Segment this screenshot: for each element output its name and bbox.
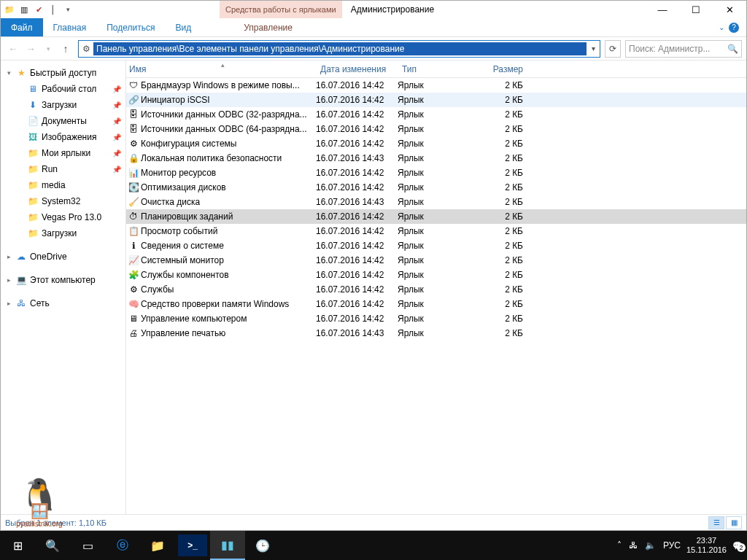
close-button[interactable]: ✕	[713, 1, 746, 18]
nav-quick-item[interactable]: 📁Мои ярлыки📌	[1, 145, 125, 161]
file-name: Управление печатью	[141, 328, 316, 338]
file-row[interactable]: 💽Оптимизация дисков16.07.2016 14:42Ярлык…	[126, 180, 746, 195]
file-type: Ярлык	[398, 168, 465, 178]
start-button[interactable]: ⊞	[0, 531, 35, 560]
tray-language[interactable]: РУС	[663, 540, 681, 551]
cloud-icon: ☁	[15, 251, 27, 262]
powershell-taskbar-icon[interactable]: >_	[178, 534, 207, 556]
view-details-button[interactable]: ☰	[708, 516, 724, 529]
up-button[interactable]: ↑	[58, 41, 74, 57]
address-bar-icon: ⚙	[79, 44, 93, 54]
file-icon: 🗄	[126, 124, 141, 134]
ribbon-tab-manage[interactable]: Управление	[233, 18, 303, 36]
file-row[interactable]: 🖥Управление компьютером16.07.2016 14:42Я…	[126, 311, 746, 326]
nav-quick-item[interactable]: 🖼Изображения📌	[1, 129, 125, 145]
column-size[interactable]: Размер	[465, 64, 532, 74]
file-row[interactable]: ⚙Службы16.07.2016 14:42Ярлык2 КБ	[126, 282, 746, 297]
chevron-right-icon[interactable]: ▸	[5, 300, 12, 307]
file-name: Сведения о системе	[141, 241, 316, 251]
search-placeholder: Поиск: Администр...	[629, 44, 710, 54]
nav-quick-item[interactable]: 📁Run📌	[1, 161, 125, 177]
clock-taskbar-icon[interactable]: 🕒	[245, 531, 280, 560]
forward-button[interactable]: →	[23, 41, 39, 57]
maximize-button[interactable]: ☐	[679, 1, 713, 18]
file-row[interactable]: 📊Монитор ресурсов16.07.2016 14:42Ярлык2 …	[126, 166, 746, 180]
nav-quick-access[interactable]: ▾ ★ Быстрый доступ	[1, 65, 125, 81]
nav-quick-item[interactable]: 📁media	[1, 177, 125, 193]
tray-volume-icon[interactable]: 🔈	[645, 540, 656, 551]
file-date: 16.07.2016 14:42	[316, 182, 398, 192]
action-center-icon[interactable]: 💬2	[732, 541, 743, 551]
task-view-button[interactable]: ▭	[70, 531, 105, 560]
nav-item-label: Документы	[42, 116, 87, 126]
file-row[interactable]: 🗄Источники данных ODBC (64-разрядна...16…	[126, 122, 746, 136]
column-name[interactable]: Имя ▴	[126, 64, 316, 74]
ribbon-expand-icon[interactable]: ⌄	[719, 23, 724, 31]
file-row[interactable]: 🧩Службы компонентов16.07.2016 14:42Ярлык…	[126, 268, 746, 282]
ribbon-tab-view[interactable]: Вид	[165, 18, 201, 36]
ribbon-file-tab[interactable]: Файл	[1, 18, 43, 36]
file-icon: ℹ	[126, 241, 141, 251]
file-size: 2 КБ	[465, 255, 532, 265]
ribbon-tab-home[interactable]: Главная	[43, 18, 97, 36]
minimize-button[interactable]: —	[646, 1, 679, 18]
file-type: Ярлык	[398, 182, 465, 192]
chevron-down-icon[interactable]: ▾	[5, 69, 12, 77]
nav-quick-item[interactable]: 📁Загрузки	[1, 225, 125, 241]
nav-onedrive[interactable]: ▸ ☁ OneDrive	[1, 249, 125, 265]
history-dropdown-icon[interactable]: ▾	[40, 41, 56, 57]
file-row[interactable]: 🔒Локальная политика безопасности16.07.20…	[126, 151, 746, 166]
edge-taskbar-icon[interactable]: ⓔ	[105, 531, 140, 560]
file-row[interactable]: 🧠Средство проверки памяти Windows16.07.2…	[126, 297, 746, 311]
file-size: 2 КБ	[465, 328, 532, 338]
address-bar-path[interactable]: Панель управления\Все элементы панели уп…	[93, 42, 587, 55]
qat-properties-icon[interactable]: ▥	[18, 4, 30, 15]
refresh-button[interactable]: ⟳	[605, 40, 621, 58]
active-app-taskbar-icon[interactable]: ▮▮	[210, 531, 245, 560]
file-row[interactable]: 🔗Инициатор iSCSI16.07.2016 14:42Ярлык2 К…	[126, 93, 746, 107]
nav-quick-item[interactable]: 📄Документы📌	[1, 113, 125, 129]
ribbon-tab-share[interactable]: Поделиться	[96, 18, 165, 36]
search-box[interactable]: Поиск: Администр... 🔍	[625, 40, 742, 58]
chevron-right-icon[interactable]: ▸	[5, 253, 12, 260]
notification-badge: 2	[737, 543, 746, 552]
chevron-right-icon[interactable]: ▸	[5, 276, 12, 284]
column-type[interactable]: Тип	[398, 64, 465, 74]
search-taskbar-button[interactable]: 🔍	[35, 531, 70, 560]
file-row[interactable]: ℹСведения о системе16.07.2016 14:42Ярлык…	[126, 238, 746, 253]
file-row[interactable]: 🛡Брандмауэр Windows в режиме повы...16.0…	[126, 78, 746, 93]
tray-chevron-up-icon[interactable]: ˄	[617, 540, 622, 551]
file-row[interactable]: 📋Просмотр событий16.07.2016 14:42Ярлык2 …	[126, 224, 746, 238]
watermark-text: pyatilistnik.org	[16, 520, 62, 528]
nav-quick-item[interactable]: 📁System32	[1, 193, 125, 209]
view-large-icons-button[interactable]: ▦	[726, 516, 742, 529]
nav-quick-item[interactable]: 📁Vegas Pro 13.0	[1, 209, 125, 225]
file-row[interactable]: ⏱Планировщик заданий16.07.2016 14:42Ярлы…	[126, 209, 746, 224]
file-icon: ⚙	[126, 284, 141, 295]
file-date: 16.07.2016 14:42	[316, 95, 398, 105]
nav-network[interactable]: ▸ 🖧 Сеть	[1, 295, 125, 311]
file-row[interactable]: 🖨Управление печатью16.07.2016 14:43Ярлык…	[126, 326, 746, 341]
column-date[interactable]: Дата изменения	[316, 64, 398, 74]
nav-quick-item[interactable]: 🖥Рабочий стол📌	[1, 81, 125, 97]
tray-network-icon[interactable]: 🖧	[629, 540, 638, 551]
file-date: 16.07.2016 14:42	[316, 284, 398, 295]
file-icon: 🔒	[126, 153, 141, 163]
back-button[interactable]: ←	[5, 41, 21, 57]
nav-this-pc[interactable]: ▸ 💻 Этот компьютер	[1, 272, 125, 288]
address-bar-dropdown-icon[interactable]: ▾	[587, 44, 600, 52]
ribbon-help-icon[interactable]: ?	[729, 23, 739, 33]
file-row[interactable]: ⚙Конфигурация системы16.07.2016 14:42Ярл…	[126, 136, 746, 151]
file-row[interactable]: 🧹Очистка диска16.07.2016 14:43Ярлык2 КБ	[126, 195, 746, 209]
file-name: Системный монитор	[141, 255, 316, 265]
qat-check-icon[interactable]: ✔	[33, 4, 44, 15]
qat-dropdown-icon[interactable]: ▾	[62, 4, 74, 15]
explorer-taskbar-icon[interactable]: 📁	[140, 531, 175, 560]
address-bar[interactable]: ⚙ Панель управления\Все элементы панели …	[78, 40, 600, 58]
file-icon: 🖨	[126, 328, 141, 338]
file-row[interactable]: 🗄Источники данных ODBC (32-разрядна...16…	[126, 107, 746, 122]
file-name: Оптимизация дисков	[141, 182, 316, 192]
tray-clock[interactable]: 23:37 15.11.2016	[686, 536, 727, 555]
nav-quick-item[interactable]: ⬇Загрузки📌	[1, 97, 125, 113]
file-row[interactable]: 📈Системный монитор16.07.2016 14:42Ярлык2…	[126, 253, 746, 268]
